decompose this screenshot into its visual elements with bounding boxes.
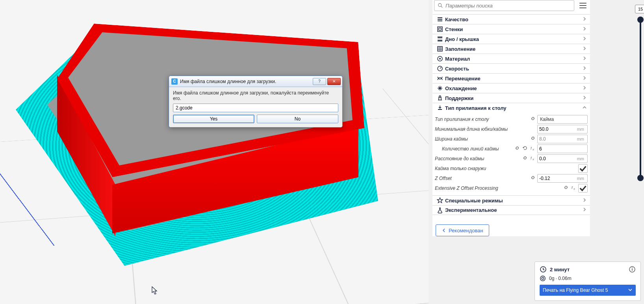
link-icon[interactable] <box>514 145 520 152</box>
chevron-right-icon <box>582 85 587 91</box>
svg-text:f: f <box>572 186 573 190</box>
dialog-close-button[interactable]: ✕ <box>327 78 341 85</box>
settings-search[interactable] <box>434 0 574 11</box>
setting-lines: Количество линий каймыfx <box>435 144 588 154</box>
category-experiment[interactable]: Экспериментальное <box>432 205 590 215</box>
formula-icon[interactable]: fx <box>571 185 577 191</box>
dialog-no-button[interactable]: No <box>257 115 338 123</box>
recommended-button[interactable]: Рекомендован <box>436 224 489 236</box>
category-label: Поддержки <box>445 95 473 101</box>
app-icon: C <box>171 78 178 85</box>
link-icon[interactable] <box>530 135 536 142</box>
chevron-right-icon <box>582 36 587 42</box>
category-speed[interactable]: Скорость <box>432 63 590 73</box>
setting-minlen: Минимальная длина юбки/каймыmm <box>435 124 588 134</box>
category-label: Тип прилипания к столу <box>445 105 507 111</box>
svg-text:x: x <box>532 158 534 161</box>
setting-type-select[interactable]: Кайма <box>537 115 588 124</box>
viewport-3d[interactable] <box>0 0 429 304</box>
cooling-icon <box>435 85 445 91</box>
adhesion-icon <box>435 105 445 111</box>
setting-label: Расстояние до каймы <box>435 156 521 161</box>
dialog-message: Имя файла слишком длинное для загрузки, … <box>173 90 338 101</box>
svg-line-1 <box>441 6 443 8</box>
setting-zoff-input[interactable]: mm <box>537 174 588 183</box>
link-icon[interactable] <box>530 175 536 182</box>
slider-handle-bottom[interactable] <box>637 175 644 181</box>
setting-lines-input[interactable] <box>537 145 588 153</box>
walls-icon <box>435 26 445 32</box>
slider-handle-top[interactable] <box>637 17 644 23</box>
svg-rect-2 <box>438 17 442 18</box>
travel-icon <box>435 75 445 82</box>
chevron-right-icon <box>582 76 587 82</box>
setting-label: Тип прилипания к столу <box>435 117 529 122</box>
chevron-right-icon <box>582 46 587 52</box>
setting-label: Кайма только снаружи <box>435 166 575 171</box>
category-adhesion[interactable]: Тип прилипания к столу <box>432 103 590 113</box>
category-travel[interactable]: Перемещение <box>432 73 590 83</box>
dialog-title: Имя файла слишком длинное для загрузки. <box>180 79 312 84</box>
category-cooling[interactable]: Охлаждение <box>432 83 590 93</box>
svg-point-12 <box>439 58 441 59</box>
settings-menu-button[interactable] <box>577 0 588 11</box>
svg-rect-7 <box>438 37 442 38</box>
svg-point-14 <box>439 96 441 97</box>
svg-rect-4 <box>438 20 442 21</box>
print-time: 2 минут <box>550 267 570 272</box>
setting-extz-checkbox[interactable] <box>578 184 588 193</box>
category-support[interactable]: Поддержки <box>432 93 590 103</box>
svg-point-26 <box>540 276 545 281</box>
svg-rect-6 <box>439 28 441 30</box>
setting-width-input[interactable]: mm <box>537 135 588 143</box>
search-icon <box>438 3 443 8</box>
reset-icon[interactable] <box>522 145 528 152</box>
category-label: Качество <box>445 17 468 22</box>
setting-outside: Кайма только снаружи <box>435 163 588 173</box>
category-special[interactable]: Специальные режимы <box>432 195 590 205</box>
category-label: Стенки <box>445 26 463 32</box>
category-walls[interactable]: Стенки <box>432 24 590 34</box>
svg-rect-10 <box>438 46 442 51</box>
material-icon <box>435 56 445 62</box>
formula-icon[interactable]: fx <box>530 155 536 162</box>
category-infill[interactable]: Заполнение <box>432 44 590 54</box>
setting-width: Ширина каймыmm <box>435 134 588 144</box>
svg-rect-15 <box>438 109 442 110</box>
setting-minlen-input[interactable]: mm <box>537 125 588 133</box>
dialog-yes-button[interactable]: Yes <box>173 115 254 123</box>
setting-label: Ширина каймы <box>435 136 529 142</box>
svg-text:f: f <box>531 146 532 150</box>
category-label: Перемещение <box>445 76 481 82</box>
dialog-titlebar[interactable]: C Имя файла слишком длинное для загрузки… <box>169 76 342 87</box>
dialog-help-button[interactable]: ? <box>313 78 326 85</box>
svg-rect-5 <box>438 27 442 32</box>
setting-dist-input[interactable]: mm <box>537 154 588 163</box>
link-icon[interactable] <box>563 185 569 191</box>
setting-zoff: Z Offsetmm <box>435 173 588 183</box>
formula-icon[interactable]: fx <box>530 145 536 152</box>
setting-label: Z Offset <box>435 176 529 181</box>
support-icon <box>435 95 445 101</box>
svg-rect-3 <box>438 19 442 20</box>
category-label: Материал <box>445 56 470 62</box>
filename-input[interactable] <box>173 104 338 112</box>
category-topbottom[interactable]: Дно / крышка <box>432 34 590 44</box>
category-material[interactable]: Материал <box>432 54 590 63</box>
setting-outside-checkbox[interactable] <box>578 164 588 173</box>
cursor-icon <box>152 286 158 295</box>
chevron-down-icon <box>582 105 587 111</box>
link-icon[interactable] <box>522 155 528 162</box>
layer-slider[interactable]: 15 <box>640 20 641 178</box>
link-icon[interactable] <box>530 116 536 122</box>
svg-text:x: x <box>532 148 534 151</box>
category-label: Экспериментальное <box>445 207 497 213</box>
setting-label: Минимальная длина юбки/каймы <box>435 126 534 132</box>
search-input[interactable] <box>445 3 571 9</box>
setting-type: Тип прилипания к столуКайма <box>435 114 588 124</box>
chevron-right-icon <box>582 198 587 204</box>
setting-label: Количество линий каймы <box>435 146 513 152</box>
info-icon[interactable] <box>629 266 636 273</box>
print-button[interactable]: Печать на Flying Bear Ghost 5 <box>540 285 636 296</box>
category-quality[interactable]: Качество <box>432 14 590 24</box>
